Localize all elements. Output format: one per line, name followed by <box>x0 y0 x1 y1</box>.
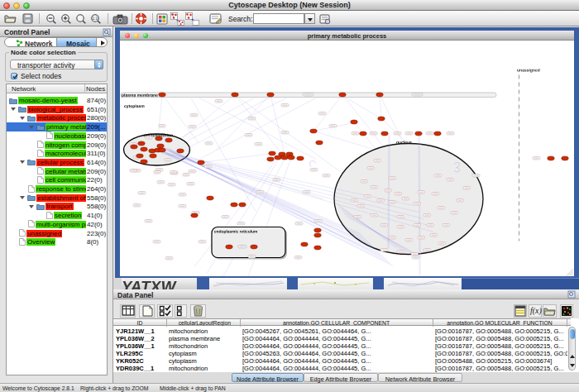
svg-text:1:1: 1:1 <box>93 16 98 20</box>
